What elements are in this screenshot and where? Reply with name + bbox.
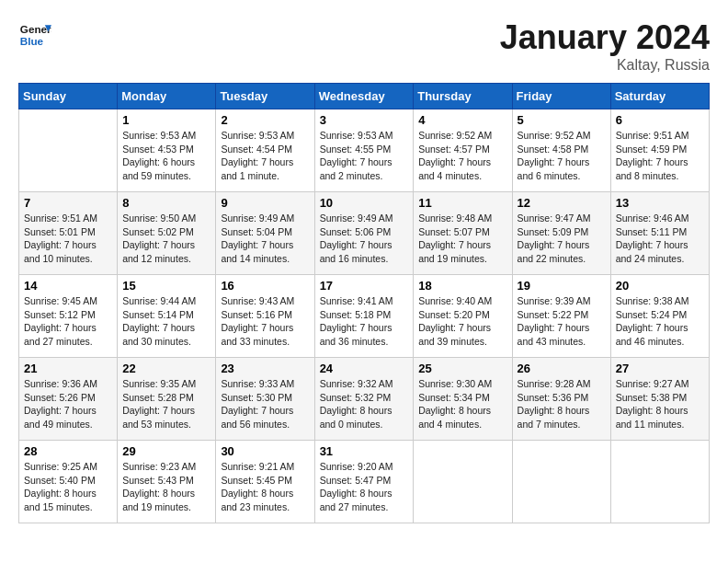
- calendar-cell: 4Sunrise: 9:52 AM Sunset: 4:57 PM Daylig…: [414, 109, 512, 192]
- calendar-cell: 9Sunrise: 9:49 AM Sunset: 5:04 PM Daylig…: [216, 192, 314, 275]
- svg-text:General: General: [20, 23, 51, 35]
- location: Kaltay, Russia: [500, 57, 710, 74]
- day-number: 16: [221, 279, 309, 293]
- day-info: Sunrise: 9:25 AM Sunset: 5:40 PM Dayligh…: [24, 460, 112, 514]
- day-number: 15: [122, 279, 210, 293]
- weekday-header: Tuesday: [216, 84, 314, 109]
- day-info: Sunrise: 9:53 AM Sunset: 4:54 PM Dayligh…: [221, 129, 309, 183]
- day-info: Sunrise: 9:30 AM Sunset: 5:34 PM Dayligh…: [418, 377, 506, 431]
- calendar-cell: [19, 109, 118, 192]
- day-info: Sunrise: 9:28 AM Sunset: 5:36 PM Dayligh…: [518, 377, 606, 431]
- calendar-cell: 19Sunrise: 9:39 AM Sunset: 5:22 PM Dayli…: [512, 275, 610, 358]
- calendar-week-row: 7Sunrise: 9:51 AM Sunset: 5:01 PM Daylig…: [19, 192, 710, 275]
- weekday-header: Monday: [118, 84, 216, 109]
- calendar-week-row: 1Sunrise: 9:53 AM Sunset: 4:53 PM Daylig…: [19, 109, 710, 192]
- calendar-cell: 15Sunrise: 9:44 AM Sunset: 5:14 PM Dayli…: [118, 275, 216, 358]
- calendar-cell: 17Sunrise: 9:41 AM Sunset: 5:18 PM Dayli…: [314, 275, 414, 358]
- day-number: 8: [122, 196, 210, 210]
- calendar-cell: 12Sunrise: 9:47 AM Sunset: 5:09 PM Dayli…: [512, 192, 610, 275]
- calendar-cell: 21Sunrise: 9:36 AM Sunset: 5:26 PM Dayli…: [19, 358, 118, 441]
- calendar-cell: 18Sunrise: 9:40 AM Sunset: 5:20 PM Dayli…: [414, 275, 512, 358]
- day-info: Sunrise: 9:52 AM Sunset: 4:57 PM Dayligh…: [418, 129, 506, 183]
- calendar-cell: 27Sunrise: 9:27 AM Sunset: 5:38 PM Dayli…: [610, 358, 709, 441]
- day-number: 27: [616, 362, 704, 375]
- day-number: 10: [320, 196, 409, 210]
- calendar-week-row: 14Sunrise: 9:45 AM Sunset: 5:12 PM Dayli…: [19, 275, 710, 358]
- calendar-table: SundayMondayTuesdayWednesdayThursdayFrid…: [18, 83, 710, 523]
- calendar-cell: [512, 441, 610, 523]
- calendar-cell: 7Sunrise: 9:51 AM Sunset: 5:01 PM Daylig…: [19, 192, 118, 275]
- day-info: Sunrise: 9:48 AM Sunset: 5:07 PM Dayligh…: [418, 212, 506, 266]
- day-info: Sunrise: 9:41 AM Sunset: 5:18 PM Dayligh…: [320, 294, 409, 349]
- logo: General Blue: [18, 18, 51, 52]
- day-number: 2: [221, 113, 309, 127]
- day-info: Sunrise: 9:50 AM Sunset: 5:02 PM Dayligh…: [122, 212, 210, 266]
- calendar-cell: [610, 441, 709, 523]
- day-number: 28: [24, 444, 112, 458]
- calendar-cell: 20Sunrise: 9:38 AM Sunset: 5:24 PM Dayli…: [610, 275, 709, 358]
- day-number: 11: [418, 196, 506, 210]
- day-number: 13: [616, 196, 704, 210]
- day-number: 12: [518, 196, 606, 210]
- day-number: 25: [418, 362, 506, 375]
- day-info: Sunrise: 9:49 AM Sunset: 5:06 PM Dayligh…: [320, 212, 409, 266]
- day-number: 14: [24, 279, 112, 293]
- calendar-cell: 30Sunrise: 9:21 AM Sunset: 5:45 PM Dayli…: [216, 441, 314, 523]
- calendar-cell: 16Sunrise: 9:43 AM Sunset: 5:16 PM Dayli…: [216, 275, 314, 358]
- day-number: 3: [320, 113, 409, 127]
- day-number: 23: [221, 362, 309, 375]
- calendar-cell: 1Sunrise: 9:53 AM Sunset: 4:53 PM Daylig…: [118, 109, 216, 192]
- calendar-cell: 13Sunrise: 9:46 AM Sunset: 5:11 PM Dayli…: [610, 192, 709, 275]
- calendar-cell: 25Sunrise: 9:30 AM Sunset: 5:34 PM Dayli…: [414, 358, 512, 441]
- calendar-week-row: 21Sunrise: 9:36 AM Sunset: 5:26 PM Dayli…: [19, 358, 710, 441]
- day-number: 29: [122, 444, 210, 458]
- day-number: 22: [122, 362, 210, 375]
- day-info: Sunrise: 9:44 AM Sunset: 5:14 PM Dayligh…: [122, 294, 210, 349]
- calendar-cell: 29Sunrise: 9:23 AM Sunset: 5:43 PM Dayli…: [118, 441, 216, 523]
- day-info: Sunrise: 9:38 AM Sunset: 5:24 PM Dayligh…: [616, 294, 704, 349]
- month-title: January 2024: [500, 18, 710, 57]
- calendar-cell: 28Sunrise: 9:25 AM Sunset: 5:40 PM Dayli…: [19, 441, 118, 523]
- weekday-header: Sunday: [19, 84, 118, 109]
- weekday-header: Friday: [512, 84, 610, 109]
- day-number: 19: [518, 279, 606, 293]
- calendar-cell: 2Sunrise: 9:53 AM Sunset: 4:54 PM Daylig…: [216, 109, 314, 192]
- day-number: 18: [418, 279, 506, 293]
- calendar-cell: 10Sunrise: 9:49 AM Sunset: 5:06 PM Dayli…: [314, 192, 414, 275]
- day-info: Sunrise: 9:20 AM Sunset: 5:47 PM Dayligh…: [320, 460, 409, 514]
- day-number: 24: [320, 362, 409, 375]
- day-info: Sunrise: 9:35 AM Sunset: 5:28 PM Dayligh…: [122, 377, 210, 431]
- calendar-cell: 5Sunrise: 9:52 AM Sunset: 4:58 PM Daylig…: [512, 109, 610, 192]
- calendar-cell: 31Sunrise: 9:20 AM Sunset: 5:47 PM Dayli…: [314, 441, 414, 523]
- calendar-week-row: 28Sunrise: 9:25 AM Sunset: 5:40 PM Dayli…: [19, 441, 710, 523]
- logo-icon: General Blue: [18, 18, 51, 52]
- day-number: 21: [24, 362, 112, 375]
- calendar-cell: [414, 441, 512, 523]
- calendar-cell: 23Sunrise: 9:33 AM Sunset: 5:30 PM Dayli…: [216, 358, 314, 441]
- title-block: January 2024 Kaltay, Russia: [500, 18, 710, 74]
- calendar-cell: 14Sunrise: 9:45 AM Sunset: 5:12 PM Dayli…: [19, 275, 118, 358]
- day-info: Sunrise: 9:27 AM Sunset: 5:38 PM Dayligh…: [616, 377, 704, 431]
- day-number: 31: [320, 444, 409, 458]
- calendar-cell: 6Sunrise: 9:51 AM Sunset: 4:59 PM Daylig…: [610, 109, 709, 192]
- day-number: 20: [616, 279, 704, 293]
- calendar-cell: 3Sunrise: 9:53 AM Sunset: 4:55 PM Daylig…: [314, 109, 414, 192]
- day-number: 9: [221, 196, 309, 210]
- calendar-cell: 24Sunrise: 9:32 AM Sunset: 5:32 PM Dayli…: [314, 358, 414, 441]
- day-number: 26: [518, 362, 606, 375]
- day-number: 1: [122, 113, 210, 127]
- weekday-header: Wednesday: [314, 84, 414, 109]
- page-header: General Blue January 2024 Kaltay, Russia: [18, 18, 710, 74]
- day-info: Sunrise: 9:53 AM Sunset: 4:53 PM Dayligh…: [122, 129, 210, 183]
- day-number: 30: [221, 444, 309, 458]
- weekday-header: Saturday: [610, 84, 709, 109]
- day-info: Sunrise: 9:43 AM Sunset: 5:16 PM Dayligh…: [221, 294, 309, 349]
- day-info: Sunrise: 9:36 AM Sunset: 5:26 PM Dayligh…: [24, 377, 112, 431]
- calendar-cell: 22Sunrise: 9:35 AM Sunset: 5:28 PM Dayli…: [118, 358, 216, 441]
- day-number: 6: [616, 113, 704, 127]
- day-info: Sunrise: 9:46 AM Sunset: 5:11 PM Dayligh…: [616, 212, 704, 266]
- calendar-cell: 26Sunrise: 9:28 AM Sunset: 5:36 PM Dayli…: [512, 358, 610, 441]
- day-number: 4: [418, 113, 506, 127]
- day-info: Sunrise: 9:45 AM Sunset: 5:12 PM Dayligh…: [24, 294, 112, 349]
- calendar-cell: 11Sunrise: 9:48 AM Sunset: 5:07 PM Dayli…: [414, 192, 512, 275]
